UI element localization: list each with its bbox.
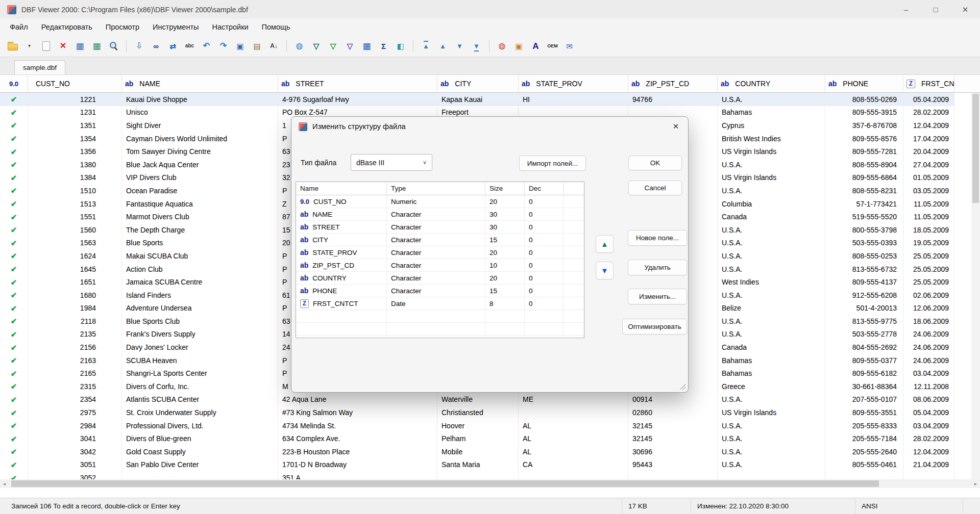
paste-button[interactable]: ▤ — [249, 38, 265, 54]
sum-button[interactable]: Σ — [375, 38, 392, 54]
field-row-cust_no[interactable]: 9.0CUST_NONumeric200 — [296, 195, 584, 208]
field-row-phone[interactable]: abPHONECharacter150 — [296, 285, 584, 297]
first-record-button[interactable]: ▲ — [418, 38, 434, 54]
menu-edit[interactable]: Редактировать — [35, 19, 99, 35]
menu-settings[interactable]: Настройки — [205, 19, 255, 35]
export-web-button[interactable]: ◍ — [494, 38, 510, 54]
dialog-close-button[interactable]: ✕ — [664, 117, 688, 136]
horizontal-scrollbar[interactable]: ◂ ▸ — [0, 479, 980, 488]
move-field-up-button[interactable]: ▲ — [596, 235, 614, 253]
copy-structure-button[interactable]: ▣ — [510, 38, 527, 54]
tab-sample-dbf[interactable]: sample.dbf — [14, 60, 65, 74]
fields-column-header-size[interactable]: Size — [485, 182, 525, 195]
open-dropdown-button[interactable]: ▾ — [21, 38, 38, 54]
column-header-zip_pst_cd[interactable]: abZIP_PST_CD — [628, 75, 718, 92]
horizontal-scrollbar-thumb[interactable] — [11, 480, 879, 487]
table-row-1221[interactable]: ✔1221Kauai Dive Shoppe4-976 Sugarloaf Hw… — [0, 93, 954, 106]
column-header-state_prov[interactable]: abSTATE_PROV — [519, 75, 628, 92]
redo-button[interactable]: ↷ — [215, 38, 232, 54]
search-button[interactable] — [105, 38, 122, 54]
import-fields-button[interactable]: Импорт полей... — [519, 156, 586, 171]
character-type-icon: ab — [300, 287, 308, 294]
table-row-2984[interactable]: ✔2984Professional Divers, Ltd.4734 Melin… — [0, 419, 954, 432]
table-row-3052[interactable]: ✔3052351 A — [0, 471, 954, 479]
spell-check-button[interactable]: abc — [181, 38, 198, 54]
send-mail-button[interactable]: ✉ — [561, 38, 578, 54]
field-row-zip_pst_cd[interactable]: abZIP_PST_CDCharacter100 — [296, 259, 584, 272]
column-header-country[interactable]: abCOUNTRY — [718, 75, 825, 92]
clear-filter-button[interactable]: ◧ — [392, 38, 409, 54]
font-button[interactable]: A — [527, 38, 544, 54]
copy-button[interactable]: ▣ — [232, 38, 249, 54]
column-header-street[interactable]: abSTREET — [278, 75, 437, 92]
column-header-cust_no[interactable]: CUST_NO — [28, 75, 122, 92]
delete-field-button[interactable]: Удалить — [628, 260, 687, 275]
pack-table-button[interactable]: ▦ — [71, 38, 88, 54]
menu-view[interactable]: Просмотр — [99, 19, 146, 35]
replace-button[interactable]: ⇄ — [164, 38, 181, 54]
field-row-frst_cntct[interactable]: ZFRST_CNTCTDate80 — [296, 297, 584, 310]
sort-button[interactable]: A↓ — [265, 38, 282, 54]
edit-field-button[interactable]: Изменить... — [628, 289, 687, 304]
maximize-button[interactable]: □ — [921, 0, 950, 19]
pack-table-icon: ▦ — [76, 42, 84, 50]
cell-country: Bahamas — [718, 354, 825, 367]
dialog-resize-grip[interactable] — [679, 383, 685, 390]
oem-button[interactable]: OEM — [544, 38, 561, 54]
record-marker-cell: ✔ — [0, 132, 28, 145]
column-header-marker[interactable]: 9.0 — [0, 75, 28, 92]
column-header-frst_cntct[interactable]: ZFRST_CNTCT — [903, 75, 954, 92]
fields-column-header-dec[interactable]: Dec — [525, 182, 564, 195]
scroll-left-arrow-icon[interactable]: ◂ — [0, 479, 9, 488]
close-button[interactable]: ✕ — [950, 0, 980, 19]
fields-column-header-type[interactable]: Type — [387, 182, 485, 195]
field-row-city[interactable]: abCITYCharacter150 — [296, 234, 584, 246]
menu-tools[interactable]: Инструменты — [146, 19, 205, 35]
globe-button[interactable]: ◍ — [291, 38, 308, 54]
table-row-3051[interactable]: ✔3051San Pablo Dive Center1701-D N Broad… — [0, 458, 954, 472]
character-type-icon: ab — [300, 236, 308, 243]
field-row-name[interactable]: abNAMECharacter300 — [296, 208, 584, 221]
column-header-city[interactable]: abCITY — [437, 75, 519, 92]
menu-file[interactable]: Файл — [3, 19, 35, 35]
open-file-button[interactable] — [4, 38, 21, 54]
find-button[interactable]: ∞ — [148, 38, 164, 54]
prior-record-button[interactable]: ▲ — [434, 38, 451, 54]
table-row-3041[interactable]: ✔3041Divers of Blue-green634 Complex Ave… — [0, 432, 954, 445]
menu-help[interactable]: Помощь — [255, 19, 297, 35]
field-row-street[interactable]: abSTREETCharacter300 — [296, 221, 584, 234]
optimize-button[interactable]: Оптимизировать — [622, 319, 687, 335]
vertical-scrollbar[interactable] — [971, 93, 980, 479]
ok-button[interactable]: OK — [628, 156, 682, 170]
grid-view-button[interactable]: ▦ — [358, 38, 375, 54]
new-field-button[interactable]: Новое поле... — [628, 230, 687, 246]
table-row-2354[interactable]: ✔2354Atlantis SCUBA Center42 Aqua LaneWa… — [0, 393, 954, 406]
filter-by-selection-button[interactable]: ▽ — [325, 38, 341, 54]
next-record-button[interactable]: ▼ — [451, 38, 468, 54]
field-type-cell: Character — [387, 272, 485, 284]
delete-button[interactable]: ✕ — [55, 38, 71, 54]
cancel-button[interactable]: Cancel — [628, 181, 682, 195]
filter-button[interactable]: ▽ — [308, 38, 325, 54]
move-field-down-button[interactable]: ▼ — [596, 262, 614, 279]
export-button[interactable]: ⇩ — [131, 38, 148, 54]
fields-column-header-name[interactable]: Name — [296, 182, 387, 195]
field-row-state_prov[interactable]: abSTATE_PROVCharacter200 — [296, 246, 584, 259]
last-record-button[interactable]: ▼ — [468, 38, 485, 54]
undo-button[interactable]: ↶ — [198, 38, 215, 54]
zap-table-button[interactable]: ▦ — [88, 38, 105, 54]
new-file-button[interactable] — [38, 38, 55, 54]
minimize-button[interactable]: – — [891, 0, 921, 19]
advanced-filter-button[interactable]: ▽ — [341, 38, 358, 54]
file-type-select[interactable]: dBase III ∨ — [351, 154, 432, 171]
cell-country: U.S.A. — [718, 237, 825, 250]
table-row-3042[interactable]: ✔3042Gold Coast Supply223-B Houston Plac… — [0, 445, 954, 458]
column-header-phone[interactable]: abPHONE — [825, 75, 903, 92]
cell-cust_no: 1551 — [28, 210, 122, 223]
delete-icon: ✕ — [60, 42, 66, 50]
scroll-right-arrow-icon[interactable]: ▸ — [971, 479, 980, 488]
field-row-country[interactable]: abCOUNTRYCharacter200 — [296, 272, 584, 285]
table-row-2975[interactable]: ✔2975St. Croix Underwater Supply#73 King… — [0, 406, 954, 419]
column-header-name[interactable]: abNAME — [122, 75, 278, 92]
vertical-scrollbar-thumb[interactable] — [972, 94, 979, 203]
